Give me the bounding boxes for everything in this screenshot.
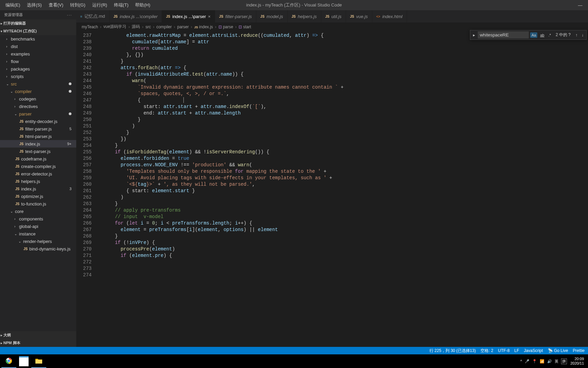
tree-folder[interactable]: ›dist <box>0 43 76 50</box>
mic-icon[interactable]: 🎤 <box>525 359 529 364</box>
menu-item[interactable]: 终端(T) <box>111 1 131 10</box>
encoding[interactable]: UTF-8 <box>498 348 510 353</box>
find-next-icon[interactable]: ↓ <box>580 32 585 38</box>
tree-folder[interactable]: ›codegen <box>0 95 76 103</box>
editor-tab[interactable]: JShelpers.js <box>288 10 321 22</box>
breadcrumb-item[interactable]: src <box>145 25 151 29</box>
main-area: 资源管理器 ··· ▸ 打开的编辑器 ▾ MYTEACH (工作区) ›benc… <box>0 10 588 347</box>
tree-file[interactable]: JSto-function.js <box>0 200 76 208</box>
go-live[interactable]: 📡 Go Live <box>548 348 568 353</box>
tree-folder[interactable]: ⌄parser <box>0 110 76 118</box>
windows-taskbar: ^ 🎤 📍 📶 🔊 英 拼 20:09 2020/11 <box>0 354 588 368</box>
breadcrumb-item[interactable]: vue源码学习 <box>103 24 126 30</box>
breadcrumb-item[interactable]: 源码 <box>132 24 140 30</box>
find-widget[interactable]: ▸ Aa ab .* 2 中的 ? ↑ ↓ <box>470 30 587 40</box>
editor-tab[interactable]: JSmodel.js <box>256 10 288 22</box>
volume-icon[interactable]: 🔊 <box>547 359 552 364</box>
more-icon[interactable]: ··· <box>67 13 72 17</box>
explorer-sidebar: 资源管理器 ··· ▸ 打开的编辑器 ▾ MYTEACH (工作区) ›benc… <box>0 10 76 347</box>
breadcrumb-item[interactable]: parser <box>177 25 189 29</box>
prettier-status[interactable]: Prettie <box>573 348 585 353</box>
menu-item[interactable]: 运行(R) <box>89 1 110 10</box>
editor-tab[interactable]: JSindex.js ...\compiler <box>110 10 162 22</box>
code-content[interactable]: element.rawAttrsMap = element.attrsList.… <box>98 31 588 347</box>
wifi-icon[interactable]: 📶 <box>540 359 544 364</box>
tree-file[interactable]: JSfilter-parser.js5 <box>0 125 76 133</box>
location-icon[interactable]: 📍 <box>532 359 537 364</box>
indentation[interactable]: 空格: 2 <box>480 348 493 354</box>
open-editors-section[interactable]: ▸ 打开的编辑器 <box>0 19 76 27</box>
tree-folder[interactable]: ⌄src <box>0 80 76 88</box>
svg-point-2 <box>7 359 10 362</box>
menu-item[interactable]: 查看(V) <box>46 1 66 10</box>
menu-item[interactable]: 帮助(H) <box>132 1 153 10</box>
breadcrumb-item[interactable]: compiler <box>156 25 172 29</box>
tree-file[interactable]: JSindex.js3 <box>0 185 76 193</box>
menu-item[interactable]: 编辑(E) <box>3 1 23 10</box>
tree-folder[interactable]: ⌄compiler <box>0 88 76 95</box>
tree-folder[interactable]: ›scripts <box>0 73 76 80</box>
npm-scripts-section[interactable]: ▸ NPM 脚本 <box>0 339 76 347</box>
file-icon[interactable] <box>19 356 29 366</box>
tree-folder[interactable]: ›directives <box>0 103 76 110</box>
minimize-button[interactable]: — <box>578 3 583 8</box>
tree-folder[interactable]: ›packages <box>0 65 76 73</box>
breadcrumb-item[interactable]: ⊡ parse <box>218 25 233 29</box>
editor-tab[interactable]: JSvue.js <box>346 10 372 22</box>
outline-section[interactable]: ▸ 大纲 <box>0 331 76 339</box>
eol[interactable]: LF <box>514 348 519 353</box>
find-prev-icon[interactable]: ↑ <box>574 32 579 38</box>
window-title: index.js - myTeach (工作区) - Visual Studio… <box>246 2 342 8</box>
breadcrumb-item[interactable]: JS index.js <box>194 25 213 29</box>
ime-mode[interactable]: 拼 <box>561 358 567 364</box>
find-result-count: 2 中的 ? <box>554 32 573 38</box>
close-tab-icon[interactable]: × <box>208 14 211 19</box>
match-case-icon[interactable]: Aa <box>530 32 537 38</box>
editor-tab[interactable]: JSindex.js ...\parser× <box>162 10 215 22</box>
tree-file[interactable]: JScreate-compiler.js <box>0 163 76 170</box>
text-cursor <box>183 97 184 103</box>
breadcrumb-item[interactable]: myTeach <box>82 25 98 29</box>
tree-file[interactable]: JScodeframe.js <box>0 155 76 163</box>
explorer-icon[interactable] <box>31 354 46 368</box>
tree-file[interactable]: JSerror-detector.js <box>0 170 76 178</box>
editor-tab[interactable]: JSfilter-parser.js <box>215 10 256 22</box>
editor-tab[interactable]: <>index.html <box>372 10 407 22</box>
menu-item[interactable]: 选择(S) <box>24 1 44 10</box>
find-expand-icon[interactable]: ▸ <box>472 32 476 38</box>
window-controls: — <box>578 3 585 8</box>
tree-folder[interactable]: ›benchmarks <box>0 35 76 43</box>
tree-file[interactable]: JStext-parser.js <box>0 148 76 155</box>
tree-file[interactable]: JSindex.js9+ <box>0 140 76 148</box>
clock[interactable]: 20:09 2020/11 <box>570 357 584 366</box>
breadcrumb-item[interactable]: ⊡ start <box>239 25 251 29</box>
tree-file[interactable]: JSbind-dynamic-keys.js <box>0 245 76 252</box>
tree-file[interactable]: JSoptimizer.js <box>0 193 76 200</box>
tree-folder[interactable]: ›flow <box>0 58 76 65</box>
tree-folder[interactable]: ⌄core <box>0 208 76 215</box>
minimap[interactable] <box>554 31 588 347</box>
find-input[interactable] <box>478 31 529 39</box>
cursor-position[interactable]: 行 225，列 30 (已选择13) <box>429 348 476 354</box>
language-mode[interactable]: JavaScript <box>524 348 543 353</box>
tree-folder[interactable]: ›examples <box>0 50 76 58</box>
tree-folder[interactable]: ›global-api <box>0 223 76 230</box>
tree-file[interactable]: JSentity-decoder.js <box>0 118 76 125</box>
menu-item[interactable]: 转到(G) <box>67 1 88 10</box>
file-tree[interactable]: ›benchmarks›dist›examples›flow›packages›… <box>0 35 76 331</box>
tray-expand-icon[interactable]: ^ <box>520 359 522 363</box>
system-tray[interactable]: ^ 🎤 📍 📶 🔊 英 拼 <box>520 358 567 364</box>
whole-word-icon[interactable]: ab <box>539 32 545 38</box>
code-editor[interactable]: 2372382392402412422432442452462472482492… <box>76 31 588 347</box>
tree-file[interactable]: JShelpers.js <box>0 178 76 185</box>
tree-folder[interactable]: ⌄render-helpers <box>0 237 76 245</box>
workspace-section[interactable]: ▾ MYTEACH (工作区) <box>0 27 76 35</box>
regex-icon[interactable]: .* <box>547 32 552 38</box>
tree-file[interactable]: JShtml-parser.js <box>0 133 76 140</box>
editor-tab[interactable]: JSutil.js <box>321 10 346 22</box>
editor-tab[interactable]: ≡记忆点.md <box>76 10 110 22</box>
tree-folder[interactable]: ⌄instance <box>0 230 76 237</box>
chrome-icon[interactable] <box>1 354 16 368</box>
tree-folder[interactable]: ›components <box>0 215 76 223</box>
ime-lang[interactable]: 英 <box>555 359 558 364</box>
